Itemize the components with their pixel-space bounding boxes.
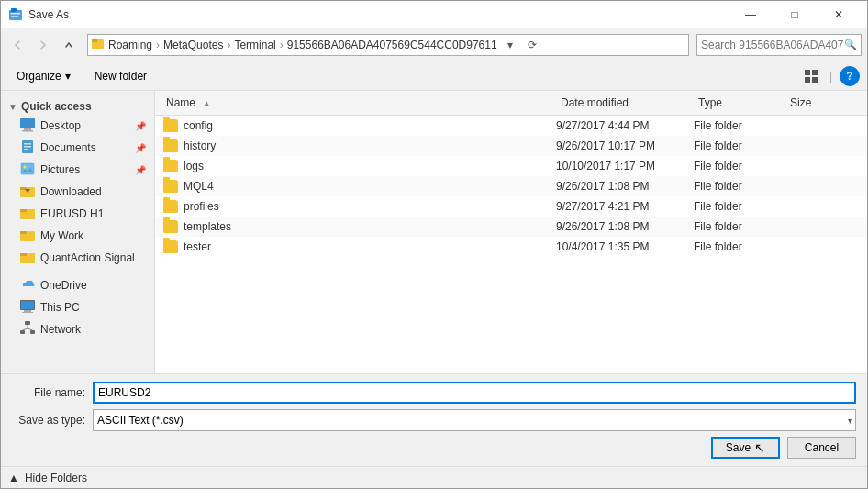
sidebar-item-quantaction[interactable]: QuantAction Signal (1, 247, 154, 269)
file-date: 10/10/2017 1:17 PM (556, 160, 694, 172)
table-row[interactable]: profiles 9/27/2017 4:21 PM File folder (155, 196, 867, 217)
organize-label: Organize (17, 70, 61, 83)
back-button[interactable] (6, 34, 28, 56)
search-box[interactable]: 🔍 (696, 34, 862, 56)
quantaction-icon (20, 250, 35, 266)
secondary-toolbar: Organize ▾ New folder | ? (1, 61, 867, 91)
save-button[interactable]: Save ↖ (711, 437, 780, 459)
quick-access-collapse-icon: ▼ (8, 102, 17, 112)
filename-input[interactable] (93, 382, 856, 404)
sidebar-item-desktop[interactable]: Desktop 📌 (1, 115, 154, 137)
search-icon: 🔍 (844, 39, 857, 50)
file-type: File folder (694, 200, 785, 213)
sort-arrow: ▲ (202, 98, 211, 108)
sidebar-item-documents[interactable]: Documents 📌 (1, 137, 154, 159)
network-icon (20, 321, 35, 339)
table-row[interactable]: logs 10/10/2017 1:17 PM File folder (155, 156, 867, 176)
address-bar[interactable]: Roaming › MetaQuotes › Terminal › 915566… (87, 34, 689, 56)
sidebar-item-pictures[interactable]: Pictures 📌 (1, 159, 154, 181)
dropdown-arrow[interactable]: ▾ (501, 36, 519, 54)
file-type: File folder (694, 240, 785, 253)
file-name: logs (184, 160, 204, 172)
hide-folders-label: Hide Folders (25, 472, 87, 484)
hide-folders-toggle[interactable]: ▲ Hide Folders (1, 466, 867, 488)
hide-folders-icon: ▲ (8, 472, 19, 484)
new-folder-button[interactable]: New folder (86, 65, 155, 87)
crumb-metaquotes[interactable]: MetaQuotes (163, 39, 223, 51)
file-name-cell: tester (163, 240, 556, 253)
svg-point-18 (24, 165, 27, 168)
window-title: Save As (28, 8, 729, 21)
search-input[interactable] (701, 39, 844, 51)
savetype-wrapper: ASCII Text (*.csv) ▾ (93, 409, 856, 431)
sidebar-label-network: Network (40, 323, 81, 336)
breadcrumb-icon (92, 37, 105, 52)
col-type[interactable]: Type (695, 93, 786, 113)
table-row[interactable]: config 9/27/2017 4:44 PM File folder (155, 116, 867, 136)
svg-rect-5 (92, 39, 97, 42)
save-label: Save (726, 441, 751, 454)
table-row[interactable]: MQL4 9/26/2017 1:08 PM File folder (155, 176, 867, 196)
svg-rect-27 (20, 253, 27, 256)
sidebar-label-onedrive: OneDrive (40, 279, 87, 292)
sidebar-item-downloaded[interactable]: Downloaded (1, 181, 154, 203)
svg-rect-11 (24, 128, 31, 130)
table-row[interactable]: history 9/26/2017 10:17 PM File folder (155, 136, 867, 156)
crumb-id[interactable]: 915566BA06ADA407569C544CC0D97611 (287, 39, 497, 51)
close-button[interactable]: ✕ (818, 1, 860, 28)
svg-rect-9 (812, 77, 818, 83)
nav-toolbar: Roaming › MetaQuotes › Terminal › 915566… (1, 28, 867, 61)
quick-access-section[interactable]: ▼ Quick access (1, 94, 154, 115)
file-list: Name ▲ Date modified Type Size config 9/… (155, 91, 867, 373)
forward-button[interactable] (32, 34, 54, 56)
table-row[interactable]: templates 9/26/2017 1:08 PM File folder (155, 217, 867, 237)
view-separator: | (829, 70, 832, 83)
col-date[interactable]: Date modified (557, 93, 695, 113)
sidebar-item-mywork[interactable]: My Work (1, 225, 154, 247)
sidebar-item-onedrive[interactable]: OneDrive (1, 274, 154, 296)
svg-rect-15 (24, 146, 31, 148)
file-date: 9/26/2017 1:08 PM (556, 220, 694, 233)
view-button[interactable] (800, 65, 822, 87)
table-row[interactable]: tester 10/4/2017 1:35 PM File folder (155, 237, 867, 257)
minimize-button[interactable]: — (729, 1, 772, 28)
svg-rect-8 (805, 77, 810, 83)
sidebar-item-thispc[interactable]: This PC (1, 296, 154, 318)
file-name-cell: history (163, 139, 556, 152)
documents-icon (20, 139, 35, 157)
up-button[interactable] (58, 34, 80, 56)
help-button[interactable]: ? (840, 66, 860, 86)
sidebar: ▼ Quick access Desktop 📌 Documents 📌 (1, 91, 155, 373)
col-name[interactable]: Name ▲ (162, 93, 557, 113)
crumb-terminal[interactable]: Terminal (234, 39, 275, 51)
col-size[interactable]: Size (786, 93, 860, 113)
svg-rect-31 (22, 312, 33, 313)
sidebar-item-network[interactable]: Network (1, 318, 154, 340)
svg-rect-23 (20, 209, 27, 212)
file-date: 9/26/2017 10:17 PM (556, 139, 694, 152)
file-date: 10/4/2017 1:35 PM (556, 240, 694, 253)
cancel-button[interactable]: Cancel (787, 437, 856, 459)
file-name-cell: config (163, 119, 556, 132)
svg-rect-16 (24, 149, 28, 150)
svg-rect-30 (24, 310, 31, 312)
refresh-button[interactable]: ⟳ (523, 36, 541, 54)
savetype-row: Save as type: ASCII Text (*.csv) ▾ (12, 409, 856, 431)
pictures-icon (20, 161, 35, 179)
savetype-select[interactable]: ASCII Text (*.csv) (93, 409, 856, 431)
svg-rect-34 (30, 330, 35, 334)
file-date: 9/27/2017 4:21 PM (556, 200, 694, 213)
svg-rect-1 (11, 8, 17, 12)
svg-rect-14 (24, 143, 31, 145)
crumb-roaming[interactable]: Roaming (108, 39, 152, 51)
mywork-icon (20, 228, 35, 244)
breadcrumb: Roaming › MetaQuotes › Terminal › 915566… (108, 39, 497, 51)
maximize-button[interactable]: □ (773, 1, 816, 28)
svg-rect-12 (22, 130, 33, 132)
sidebar-item-eurusd[interactable]: EURUSD H1 (1, 203, 154, 225)
folder-icon (163, 119, 178, 132)
svg-rect-17 (21, 163, 34, 174)
file-name: tester (184, 240, 211, 253)
organize-button[interactable]: Organize ▾ (8, 65, 79, 87)
thispc-icon (20, 299, 35, 317)
